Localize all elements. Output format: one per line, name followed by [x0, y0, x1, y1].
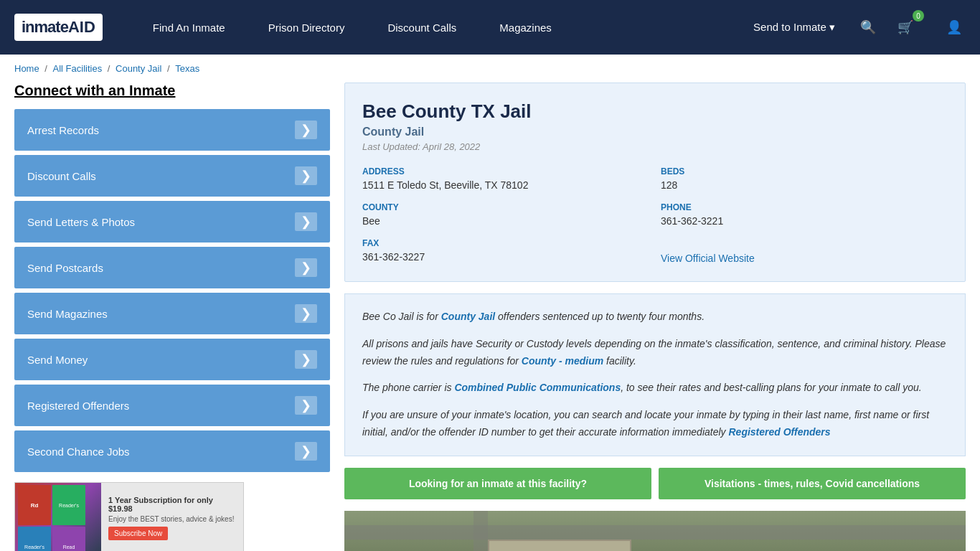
county-medium-link[interactable]: County - medium [522, 355, 603, 367]
county-label: COUNTY [362, 202, 649, 212]
nav-find-inmate[interactable]: Find An Inmate [131, 0, 247, 55]
site-logo[interactable]: inmate AID [14, 14, 103, 41]
website-link[interactable]: View Official Website [661, 253, 755, 264]
detail-address: ADDRESS 1511 E Toledo St, Beeville, TX 7… [362, 166, 649, 191]
facility-name: Bee County TX Jail [362, 100, 948, 123]
address-label: ADDRESS [362, 166, 649, 176]
ad-text: 1 Year Subscription for only $19.98 Enjo… [101, 490, 243, 546]
sidebar-item-send-postcards[interactable]: Send Postcards ❯ [14, 247, 330, 288]
action-buttons: Looking for an inmate at this facility? … [344, 468, 966, 499]
address-value: 1511 E Toledo St, Beeville, TX 78102 [362, 179, 649, 191]
nav-magazines[interactable]: Magazines [478, 0, 573, 55]
sidebar-item-second-chance-jobs[interactable]: Second Chance Jobs ❯ [14, 430, 330, 472]
sidebar-item-discount-calls[interactable]: Discount Calls ❯ [14, 155, 330, 197]
arrow-icon: ❯ [295, 258, 317, 277]
facility-card: Bee County TX Jail County Jail Last Upda… [344, 83, 966, 282]
detail-county: COUNTY Bee [362, 202, 649, 227]
fax-value: 361-362-3227 [362, 251, 649, 263]
aerial-view-graphic [344, 511, 966, 551]
beds-value: 128 [661, 179, 948, 191]
ad-title: 1 Year Subscription for only $19.98 [108, 496, 236, 513]
sidebar-label: Send Letters & Photos [27, 216, 135, 228]
facility-details: ADDRESS 1511 E Toledo St, Beeville, TX 7… [362, 166, 948, 264]
detail-website: View Official Website [661, 238, 948, 264]
breadcrumb-home[interactable]: Home [14, 63, 39, 74]
breadcrumb-state[interactable]: Texas [175, 63, 199, 74]
arrow-icon: ❯ [295, 350, 317, 369]
fax-label: FAX [362, 238, 649, 248]
sidebar-label: Arrest Records [27, 124, 99, 136]
arrow-icon: ❯ [295, 121, 317, 139]
phone-label: PHONE [661, 202, 948, 212]
sidebar-title: Connect with an Inmate [14, 83, 330, 99]
facility-type: County Jail [362, 126, 948, 138]
breadcrumb-all-facilities[interactable]: All Facilities [53, 63, 103, 74]
user-icon[interactable]: 👤 [943, 16, 966, 39]
nav-send-to-inmate[interactable]: Send to Inmate ▾ [746, 0, 842, 55]
arrow-icon: ❯ [295, 442, 317, 461]
detail-phone: PHONE 361-362-3221 [661, 202, 948, 227]
arrow-icon: ❯ [295, 166, 317, 185]
phone-value: 361-362-3221 [661, 215, 948, 227]
breadcrumb: Home / All Facilities / County Jail / Te… [0, 55, 980, 83]
sidebar-item-send-letters[interactable]: Send Letters & Photos ❯ [14, 201, 330, 242]
sidebar-label: Send Magazines [27, 308, 108, 320]
sidebar-label: Registered Offenders [27, 400, 129, 412]
sidebar: Connect with an Inmate Arrest Records ❯ … [14, 83, 330, 551]
detail-fax: FAX 361-362-3227 [362, 238, 649, 264]
sidebar-item-arrest-records[interactable]: Arrest Records ❯ [14, 109, 330, 151]
detail-beds: BEDS 128 [661, 166, 948, 191]
phone-carrier-link[interactable]: Combined Public Communications [454, 382, 621, 393]
sidebar-label: Discount Calls [27, 170, 96, 182]
sidebar-label: Second Chance Jobs [27, 446, 130, 458]
nav-prison-directory[interactable]: Prison Directory [247, 0, 367, 55]
desc-paragraph-1: Bee Co Jail is for County Jail offenders… [362, 309, 948, 326]
nav-discount-calls[interactable]: Discount Calls [366, 0, 478, 55]
logo-text: inmate [22, 18, 68, 37]
main-container: Connect with an Inmate Arrest Records ❯ … [0, 83, 980, 551]
beds-label: BEDS [661, 166, 948, 176]
breadcrumb-county-jail[interactable]: County Jail [116, 63, 161, 74]
ad-subtitle: Enjoy the BEST stories, advice & jokes! [108, 515, 236, 523]
facility-updated: Last Updated: April 28, 2022 [362, 141, 948, 152]
arrow-icon: ❯ [295, 304, 317, 323]
ad-subscribe-button[interactable]: Subscribe Now [108, 527, 168, 540]
sidebar-label: Send Postcards [27, 262, 103, 274]
arrow-icon: ❯ [295, 396, 317, 415]
sidebar-item-send-magazines[interactable]: Send Magazines ❯ [14, 293, 330, 334]
sidebar-item-registered-offenders[interactable]: Registered Offenders ❯ [14, 385, 330, 426]
arrow-icon: ❯ [295, 212, 317, 231]
desc-paragraph-4: If you are unsure of your inmate's locat… [362, 407, 948, 441]
sidebar-label: Send Money [27, 354, 88, 366]
visitations-button[interactable]: Visitations - times, rules, Covid cancel… [659, 468, 966, 499]
facility-description: Bee Co Jail is for County Jail offenders… [344, 293, 966, 456]
search-icon[interactable]: 🔍 [857, 16, 880, 39]
desc-paragraph-3: The phone carrier is Combined Public Com… [362, 380, 948, 397]
registered-offenders-link[interactable]: Registered Offenders [728, 426, 830, 438]
find-inmate-button[interactable]: Looking for an inmate at this facility? [344, 468, 651, 499]
ad-banner: Rd Reader's Reader's Read 1 Year Subscri… [14, 482, 244, 551]
nav-links: Find An Inmate Prison Directory Discount… [131, 0, 746, 55]
facility-aerial-image [344, 511, 966, 551]
county-jail-link[interactable]: County Jail [441, 311, 495, 322]
logo-aid: AID [68, 18, 95, 37]
desc-paragraph-2: All prisons and jails have Security or C… [362, 336, 948, 370]
sidebar-item-send-money[interactable]: Send Money ❯ [14, 339, 330, 380]
county-value: Bee [362, 215, 649, 227]
ad-image: Rd Reader's Reader's Read [15, 482, 101, 551]
content: Bee County TX Jail County Jail Last Upda… [344, 83, 966, 551]
nav-actions: Send to Inmate ▾ 🔍 🛒 0 👤 [746, 0, 966, 55]
cart-badge: 0 [913, 10, 924, 22]
